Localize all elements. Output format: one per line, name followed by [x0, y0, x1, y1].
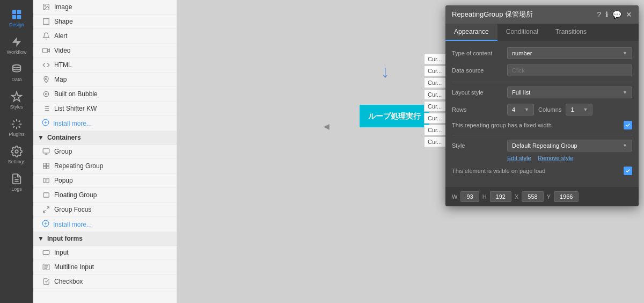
svg-rect-1: [17, 10, 21, 14]
svg-rect-37: [43, 251, 49, 255]
fixed-width-row: This repeating group has a fixed width: [452, 121, 632, 129]
svg-rect-30: [43, 178, 49, 183]
section-containers[interactable]: ▼ Containers: [33, 131, 177, 145]
list-icon: [42, 104, 50, 113]
element-alert[interactable]: Alert: [33, 29, 177, 44]
canvas-button[interactable]: ループ処理実行: [360, 105, 429, 127]
chevron-down-icon-input: ▼: [38, 235, 44, 242]
x-value[interactable]: 558: [522, 191, 543, 202]
tab-transitions[interactable]: Transitions: [547, 24, 595, 41]
style-links: Edit style Remove style: [507, 155, 632, 161]
data-source-input[interactable]: Click: [507, 64, 632, 76]
modal-footer: W 93 H 192 X 558 Y 1966: [445, 187, 639, 206]
bubble-icon: [42, 90, 50, 98]
layout-chevron-icon: ▼: [623, 90, 627, 95]
element-video[interactable]: Video: [33, 44, 177, 58]
element-map[interactable]: Map: [33, 73, 177, 87]
style-row: Style Default Repeating Group ▼: [452, 140, 632, 152]
element-group-focus[interactable]: Group Focus: [33, 203, 177, 217]
chevron-down-icon-containers: ▼: [38, 134, 44, 141]
rows-select[interactable]: 4 ▼: [507, 104, 534, 116]
fixed-width-label: This repeating group has a fixed width: [452, 122, 619, 128]
svg-rect-25: [43, 149, 49, 153]
element-input[interactable]: Input: [33, 246, 177, 260]
element-checkbox[interactable]: Checkbox: [33, 275, 177, 289]
modal-header: RepeatingGroup 保管場所 ? ℹ 💬 ✕: [445, 5, 639, 24]
element-floating-group[interactable]: Floating Group: [33, 188, 177, 203]
element-list-shifter[interactable]: List Shifter KW: [33, 102, 177, 116]
alert-icon: [42, 32, 50, 40]
element-popup[interactable]: Popup: [33, 174, 177, 188]
remove-style-link[interactable]: Remove style: [538, 155, 574, 161]
svg-point-15: [43, 91, 48, 96]
svg-point-4: [13, 65, 21, 68]
sidebar-item-settings[interactable]: Settings: [0, 141, 33, 169]
type-of-content-select[interactable]: number ▼: [507, 47, 632, 59]
w-label: W: [452, 193, 457, 200]
element-image[interactable]: Image: [33, 0, 177, 15]
modal-title: RepeatingGroup 保管場所: [452, 10, 533, 19]
tab-appearance[interactable]: Appearance: [445, 24, 497, 41]
style-select[interactable]: Default Repeating Group ▼: [507, 140, 632, 152]
data-source-label: Data source: [452, 67, 503, 74]
sidebar-item-workflow[interactable]: Workflow: [0, 32, 33, 59]
type-of-content-label: Type of content: [452, 50, 503, 56]
install-more-1[interactable]: Install more...: [33, 116, 177, 131]
fixed-width-checkbox[interactable]: [624, 121, 632, 129]
type-chevron-icon: ▼: [623, 50, 627, 56]
close-button[interactable]: ✕: [626, 10, 632, 19]
svg-point-5: [15, 150, 18, 153]
element-bubble[interactable]: Built on Bubble: [33, 87, 177, 102]
sidebar-item-logs[interactable]: Logs: [0, 169, 33, 196]
sidebar-item-styles[interactable]: Styles: [0, 86, 33, 114]
install-more-2[interactable]: Install more...: [33, 217, 177, 232]
plus-icon-2: [42, 220, 49, 229]
sidebar-item-design[interactable]: Design: [0, 4, 33, 32]
plus-icon-1: [42, 119, 49, 128]
element-repeating-group[interactable]: Repeating Group: [33, 159, 177, 174]
visible-row: This element is visible on page load: [452, 167, 632, 175]
w-value[interactable]: 93: [460, 191, 479, 202]
element-multiline-input[interactable]: Multiline Input: [33, 260, 177, 275]
y-value[interactable]: 1966: [554, 191, 579, 202]
rows-chevron-icon: ▼: [524, 107, 529, 112]
svg-rect-2: [12, 15, 16, 19]
columns-label: Columns: [538, 106, 561, 113]
edit-style-link[interactable]: Edit style: [507, 155, 531, 161]
map-icon: [42, 75, 50, 84]
x-label: X: [515, 193, 518, 200]
image-icon: [42, 3, 50, 11]
h-label: H: [482, 193, 487, 200]
modal-dialog: RepeatingGroup 保管場所 ? ℹ 💬 ✕ Appearance C…: [445, 5, 639, 206]
element-group[interactable]: Group: [33, 145, 177, 159]
columns-select[interactable]: 1 ▼: [566, 104, 592, 116]
scroll-collapse-handle[interactable]: ◀: [322, 118, 331, 134]
tab-conditional[interactable]: Conditional: [497, 24, 547, 41]
html-icon: [42, 61, 50, 69]
input-icon: [42, 248, 50, 257]
canvas-arrow: ↓: [381, 62, 390, 82]
checkbox-icon: [42, 277, 50, 286]
svg-point-14: [45, 93, 47, 95]
element-html[interactable]: HTML: [33, 58, 177, 73]
floating-group-icon: [42, 191, 50, 199]
section-input-forms[interactable]: ▼ Input forms: [33, 232, 177, 246]
rows-columns-row: Rows 4 ▼ Columns 1 ▼: [452, 104, 632, 116]
multiline-input-icon: [42, 263, 50, 271]
modal-controls: ? ℹ 💬 ✕: [597, 10, 632, 19]
sidebar-item-plugins[interactable]: Plugins: [0, 114, 33, 141]
layout-style-select[interactable]: Full list ▼: [507, 86, 632, 98]
h-value[interactable]: 192: [490, 191, 511, 202]
layout-style-label: Layout style: [452, 89, 503, 96]
svg-point-9: [45, 5, 46, 6]
group-icon: [42, 147, 50, 156]
sidebar-item-data[interactable]: Data: [0, 59, 33, 86]
element-shape[interactable]: Shape: [33, 15, 177, 29]
visible-checkbox[interactable]: [624, 167, 632, 175]
help-button[interactable]: ?: [597, 10, 601, 19]
comment-button[interactable]: 💬: [612, 10, 621, 19]
info-button[interactable]: ℹ: [605, 10, 608, 19]
elements-panel: Image Shape Alert Video HTML Map: [33, 0, 177, 303]
visible-label: This element is visible on page load: [452, 168, 619, 174]
type-of-content-row: Type of content number ▼: [452, 47, 632, 59]
